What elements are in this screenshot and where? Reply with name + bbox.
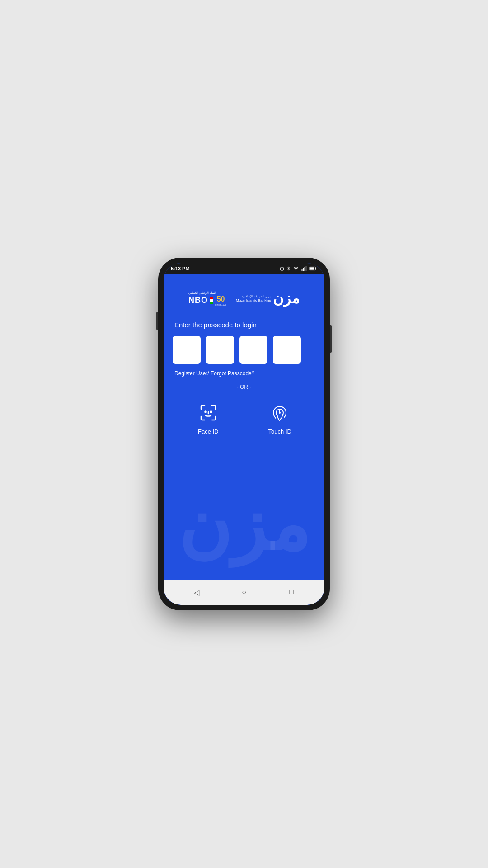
alarm-icon [279, 266, 285, 271]
passcode-box-1[interactable] [173, 336, 201, 364]
passcode-label: Enter the passcode to login [174, 321, 257, 329]
svg-point-8 [205, 411, 206, 413]
touch-id-label: Touch ID [268, 428, 291, 435]
svg-rect-3 [303, 268, 304, 271]
passcode-box-3[interactable] [239, 336, 267, 364]
face-id-option[interactable]: Face ID [173, 401, 244, 435]
anniversary-badge: 50 Since 1973 [215, 295, 226, 306]
passcode-boxes [173, 336, 301, 364]
touch-id-option[interactable]: Touch ID [244, 401, 316, 435]
svg-rect-2 [302, 269, 303, 271]
phone-frame: 5:13 PM [158, 258, 330, 610]
svg-rect-4 [305, 267, 305, 271]
nbo-brand-text: NBO [188, 296, 208, 305]
register-forgot-link[interactable]: Register User/ Forgot Passcode? [174, 370, 254, 377]
status-time: 5:13 PM [171, 266, 190, 271]
recent-button[interactable]: □ [283, 584, 300, 600]
app-content: مزن البنك الوطني العماني NBO 50 [164, 274, 324, 580]
muzn-logo: مزن للصيرفة الإسلامية Muzn Islamic Banki… [236, 291, 300, 306]
wifi-icon [293, 266, 299, 271]
passcode-box-2[interactable] [206, 336, 234, 364]
nbo-flag [210, 297, 213, 305]
nbo-main-row: NBO 50 Since 1973 [188, 295, 226, 306]
status-bar: 5:13 PM [164, 263, 324, 274]
bottom-nav: ◁ ○ □ [164, 580, 324, 605]
stripe-red [210, 297, 213, 299]
logo-area: البنك الوطني العماني NBO 50 Since 1973 [188, 288, 300, 308]
bluetooth-icon [286, 266, 291, 271]
anniversary-sub: Since 1973 [215, 303, 226, 306]
phone-screen: 5:13 PM [164, 263, 324, 605]
svg-rect-5 [306, 266, 307, 271]
svg-point-9 [210, 411, 211, 413]
face-id-label: Face ID [198, 428, 219, 435]
status-icons [279, 266, 317, 271]
home-button[interactable]: ○ [236, 584, 252, 600]
signal-icon [301, 266, 307, 271]
watermark: مزن [164, 489, 324, 561]
battery-icon [309, 266, 317, 271]
svg-rect-7 [310, 267, 314, 269]
nbo-arabic-text: البنك الوطني العماني [188, 291, 216, 295]
logo-divider [231, 288, 231, 308]
svg-point-1 [296, 270, 296, 270]
stripe-white [210, 299, 213, 302]
passcode-box-4[interactable] [273, 336, 301, 364]
or-divider: - OR - [237, 384, 252, 390]
muzn-arabic-text: مزن للصيرفة الإسلامية [241, 295, 271, 298]
face-id-icon-container [197, 401, 220, 425]
biometric-row: Face ID [173, 401, 315, 435]
face-id-icon [197, 402, 219, 424]
nbo-logo: البنك الوطني العماني NBO 50 Since 1973 [188, 291, 226, 306]
touch-id-icon-container [268, 401, 291, 425]
anniversary-number: 50 [217, 295, 225, 303]
stripe-green [210, 302, 213, 304]
back-button[interactable]: ◁ [188, 584, 205, 600]
muzn-english-text: Muzn Islamic Banking [236, 298, 271, 302]
muzn-calligraphy: مزن [273, 291, 300, 306]
touch-id-icon [269, 402, 291, 424]
